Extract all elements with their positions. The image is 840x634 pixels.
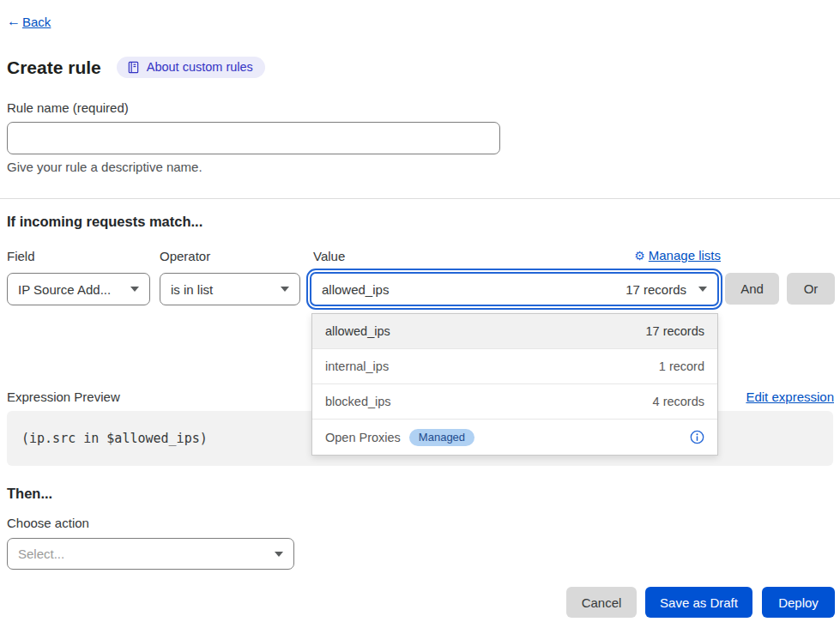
- and-button[interactable]: And: [725, 273, 779, 305]
- managed-badge: Managed: [409, 429, 474, 446]
- save-as-draft-button[interactable]: Save as Draft: [645, 587, 752, 618]
- manage-lists-label: Manage lists: [649, 248, 721, 263]
- title-row: Create rule About custom rules: [7, 57, 265, 78]
- manage-lists-link[interactable]: ⚙Manage lists: [634, 248, 721, 263]
- list-record-count: 17 records: [645, 324, 704, 338]
- edit-expression-link[interactable]: Edit expression: [746, 389, 834, 404]
- list-name: blocked_ips: [325, 395, 644, 408]
- rule-name-label: Rule name (required): [7, 100, 129, 115]
- operator-column-label: Operator: [160, 249, 210, 263]
- list-record-count: 4 records: [653, 395, 704, 408]
- rule-name-helper: Give your rule a descriptive name.: [7, 160, 202, 174]
- value-select[interactable]: allowed_ips 17 records: [310, 272, 719, 306]
- list-record-count: 1 record: [659, 359, 704, 373]
- rule-name-input[interactable]: [7, 122, 500, 154]
- chevron-down-icon: [275, 552, 283, 557]
- dropdown-option-open-proxies[interactable]: Open Proxies Managed: [312, 420, 717, 455]
- match-section-heading: If incoming requests match...: [7, 214, 202, 230]
- field-column-label: Field: [7, 249, 35, 263]
- chevron-down-icon: [698, 287, 707, 292]
- dropdown-option-internal-ips[interactable]: internal_ips 1 record: [312, 349, 717, 384]
- back-link-label: Back: [22, 15, 51, 29]
- gear-icon: ⚙: [634, 249, 645, 263]
- about-pill-label: About custom rules: [147, 60, 253, 74]
- chevron-down-icon: [130, 287, 139, 292]
- chevron-down-icon: [281, 287, 289, 292]
- info-icon[interactable]: [690, 430, 704, 444]
- action-select-placeholder: Select...: [18, 546, 268, 561]
- page-title: Create rule: [7, 57, 101, 78]
- expression-code: (ip.src in $allowed_ips): [21, 431, 208, 446]
- expression-preview-label: Expression Preview: [7, 389, 120, 404]
- field-select[interactable]: IP Source Add...: [7, 273, 150, 305]
- list-name: allowed_ips: [325, 324, 637, 338]
- list-name: internal_ips: [325, 359, 650, 373]
- dropdown-option-blocked-ips[interactable]: blocked_ips 4 records: [312, 384, 717, 420]
- section-divider: [0, 198, 840, 199]
- list-name: Open Proxies: [325, 431, 401, 444]
- field-select-value: IP Source Add...: [18, 282, 124, 297]
- then-section-heading: Then...: [7, 486, 52, 502]
- cancel-button[interactable]: Cancel: [566, 587, 637, 618]
- operator-select-value: is in list: [171, 282, 274, 297]
- operator-select[interactable]: is in list: [160, 273, 300, 305]
- deploy-button[interactable]: Deploy: [762, 587, 835, 618]
- value-select-meta: 17 records: [625, 282, 686, 297]
- book-icon: [127, 61, 140, 74]
- dropdown-option-allowed-ips[interactable]: allowed_ips 17 records: [312, 314, 717, 349]
- or-button[interactable]: Or: [787, 273, 835, 305]
- action-select[interactable]: Select...: [7, 538, 294, 570]
- value-select-name: allowed_ips: [322, 282, 619, 297]
- back-arrow-icon: ←: [7, 14, 21, 29]
- about-custom-rules-link[interactable]: About custom rules: [117, 57, 265, 78]
- choose-action-label: Choose action: [7, 516, 89, 530]
- back-link[interactable]: ←Back: [7, 14, 51, 29]
- value-dropdown-panel: allowed_ips 17 records internal_ips 1 re…: [311, 313, 718, 456]
- value-column-label: Value: [313, 249, 345, 263]
